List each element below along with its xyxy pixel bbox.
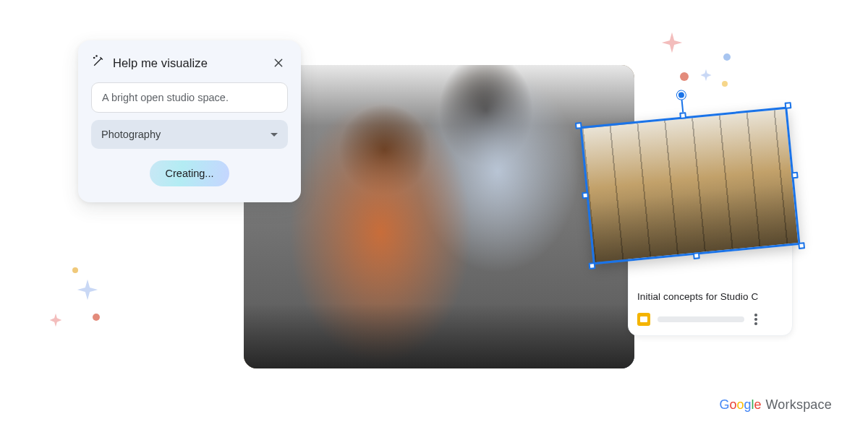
decorative-dot (72, 267, 78, 273)
resize-handle[interactable] (575, 122, 582, 129)
prompt-input[interactable] (91, 82, 288, 113)
close-button[interactable] (269, 53, 288, 72)
style-selected-label: Photography (101, 129, 161, 140)
generated-image[interactable] (579, 107, 800, 265)
decorative-dot (680, 72, 689, 81)
presentation-title: Initial concepts for Studio C (637, 291, 783, 302)
resize-handle[interactable] (589, 262, 596, 269)
resize-handle[interactable] (693, 252, 700, 259)
svg-point-0 (94, 57, 95, 58)
svg-point-1 (96, 56, 97, 56)
generated-image-selection[interactable] (579, 107, 800, 265)
resize-handle[interactable] (679, 112, 686, 119)
rotate-handle[interactable] (676, 90, 686, 100)
resize-handle[interactable] (798, 242, 805, 249)
resize-handle[interactable] (785, 102, 792, 109)
google-slides-icon (637, 313, 650, 326)
create-button[interactable]: Creating... (150, 160, 230, 186)
metadata-placeholder (658, 316, 744, 322)
decorative-dot (722, 81, 728, 87)
sparkle-icon (75, 277, 100, 302)
panel-title: Help me visualize (113, 56, 262, 70)
sparkle-icon (660, 30, 684, 55)
decorative-dot (723, 53, 731, 61)
google-workspace-logo: Google Workspace (719, 397, 832, 413)
resize-handle[interactable] (582, 192, 589, 199)
sparkle-icon (699, 68, 713, 82)
hero-photo (244, 65, 634, 368)
sparkle-icon (48, 312, 64, 328)
help-me-visualize-panel: Help me visualize Photography Creating..… (78, 40, 301, 202)
magic-wand-icon (91, 54, 106, 72)
style-dropdown[interactable]: Photography (91, 120, 288, 149)
resize-handle[interactable] (791, 172, 799, 179)
chevron-down-icon (271, 133, 278, 137)
more-options-button[interactable] (752, 311, 760, 328)
decorative-dot (93, 314, 100, 321)
